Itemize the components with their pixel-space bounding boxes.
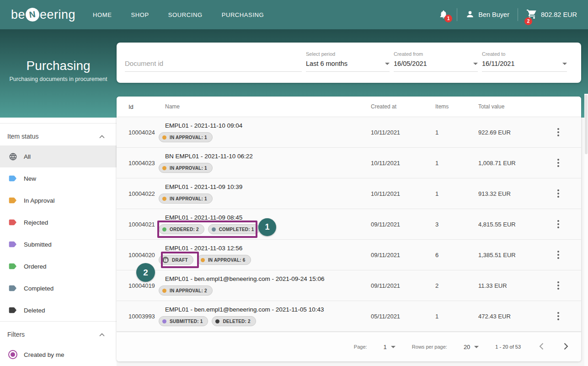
row-items: 1	[435, 160, 478, 167]
column-header-total: Total value	[478, 103, 542, 110]
status-badge: SUBMITTED: 1	[159, 316, 208, 326]
rows-per-page-select[interactable]: 20	[464, 344, 479, 350]
nav-item-shop[interactable]: SHOP	[131, 11, 149, 18]
row-name-cell: BN EMPL01 - 2021-11-10 06:22 IN APPROVAL…	[159, 153, 371, 173]
status-badge-label: ORDERED: 2	[170, 227, 199, 232]
filter-created-by-me[interactable]: Created by me	[0, 344, 117, 366]
notification-count-badge: 1	[444, 15, 452, 22]
row-badges: ORDERED: 2COMPLETED: 1	[159, 224, 371, 234]
sidebar-item-label: Completed	[24, 285, 53, 292]
tag-icon	[8, 307, 17, 314]
filters-section-header[interactable]: Filters	[0, 322, 117, 344]
row-menu-button[interactable]	[555, 187, 562, 200]
nav-item-sourcing[interactable]: SOURCING	[168, 11, 203, 18]
item-status-title: Item status	[7, 133, 38, 140]
row-name-cell: EMPL01 - 2021-11-09 08:45 ORDERED: 2COMP…	[159, 214, 371, 234]
status-badge-label: IN APPROVAL: 1	[170, 135, 207, 140]
sidebar-item-in-approval[interactable]: In Approval	[0, 189, 117, 211]
logo[interactable]: be N eering	[11, 8, 75, 22]
table-row[interactable]: 10004024 EMPL01 - 2021-11-10 09:04 IN AP…	[117, 117, 581, 148]
notifications-button[interactable]: 1	[438, 9, 449, 21]
sidebar-item-label: All	[24, 153, 31, 160]
chevron-left-icon	[539, 343, 544, 351]
row-id: 10004019	[128, 282, 159, 289]
status-dot	[162, 135, 166, 140]
topbar: be N eering HOMESHOPSOURCINGPURCHASING 1…	[0, 0, 588, 29]
chevron-down-icon	[385, 63, 390, 65]
table-row[interactable]: 10004019 EMPL01 - ben.empl1@beneering.co…	[117, 270, 581, 301]
sidebar-item-rejected[interactable]: Rejected	[0, 211, 117, 233]
sidebar: Item status AllNewIn ApprovalRejectedSub…	[0, 118, 117, 366]
sidebar-item-label: In Approval	[24, 197, 55, 204]
chevron-down-icon	[562, 63, 567, 65]
table-row[interactable]: 10004021 EMPL01 - 2021-11-09 08:45 ORDER…	[117, 209, 581, 240]
filters-title: Filters	[7, 331, 25, 338]
row-id: 10003993	[128, 313, 159, 320]
row-created-at: 10/11/2021	[371, 160, 435, 167]
document-id-input[interactable]	[125, 57, 302, 72]
row-id: 10004024	[128, 129, 159, 136]
chevron-down-icon	[473, 63, 478, 65]
created-from-select[interactable]: Created from 16/05/2021	[394, 51, 478, 72]
created-from-label: Created from	[394, 51, 478, 57]
nav-item-home[interactable]: HOME	[93, 11, 112, 18]
table-row[interactable]: 10004022 EMPL01 - 2021-11-09 10:39 IN AP…	[117, 178, 581, 209]
row-menu-button[interactable]	[555, 309, 562, 323]
status-badge: ORDERED: 2	[159, 224, 204, 234]
row-menu-button[interactable]	[555, 217, 562, 231]
period-value: Last 6 months	[306, 60, 347, 67]
created-by-me-radio[interactable]	[8, 350, 17, 359]
row-menu-button[interactable]	[555, 156, 562, 170]
table-row[interactable]: 10004020 EMPL01 - 2021-11-03 12:56 DRAFT…	[117, 240, 581, 270]
row-items: 1	[435, 190, 478, 197]
sidebar-item-deleted[interactable]: Deleted	[0, 299, 117, 321]
next-page-button[interactable]	[562, 341, 570, 353]
nav-item-purchasing[interactable]: PURCHASING	[222, 11, 264, 18]
document-id-field	[125, 57, 302, 72]
row-menu-button[interactable]	[555, 248, 562, 262]
created-from-value: 16/05/2021	[394, 60, 427, 67]
created-to-select[interactable]: Created to 16/11/2021	[482, 51, 567, 72]
row-total: 922.69 EUR	[478, 129, 542, 136]
cart-button[interactable]: 2 802.82 EUR	[526, 9, 577, 21]
row-badges: IN APPROVAL: 1	[159, 132, 371, 142]
page-subtitle: Purchasing documents in procurement	[0, 76, 117, 82]
table-row[interactable]: 10004023 BN EMPL01 - 2021-11-10 06:22 IN…	[117, 148, 581, 178]
row-id: 10004022	[128, 190, 159, 197]
row-name-cell: EMPL01 - 2021-11-09 10:39 IN APPROVAL: 1	[159, 183, 371, 204]
user-menu-button[interactable]: Ben Buyer	[465, 10, 509, 20]
documents-table: Id Name Created at Items Total value 100…	[117, 97, 581, 361]
status-badge-label: COMPLETED: 1	[219, 227, 254, 232]
scrollbar[interactable]	[584, 94, 588, 366]
row-menu-button[interactable]	[555, 125, 562, 139]
row-total: 913.32 EUR	[478, 190, 542, 197]
table-header: Id Name Created at Items Total value	[117, 97, 581, 117]
chevron-down-icon	[474, 346, 479, 348]
status-dot	[201, 258, 205, 262]
status-dot	[162, 227, 166, 231]
row-id: 10004023	[128, 160, 159, 167]
status-dot	[212, 227, 216, 231]
sidebar-item-completed[interactable]: Completed	[0, 277, 117, 299]
row-created-at: 05/11/2021	[371, 313, 435, 320]
row-items: 1	[435, 313, 478, 320]
sidebar-item-all[interactable]: All	[0, 145, 117, 167]
sidebar-item-ordered[interactable]: Ordered	[0, 255, 117, 277]
item-status-section-header[interactable]: Item status	[0, 124, 117, 145]
pagination-range: 1 - 20 of 53	[495, 344, 521, 350]
row-menu-button[interactable]	[555, 279, 562, 292]
period-select[interactable]: Select period Last 6 months	[306, 51, 390, 72]
row-badges: DRAFTIN APPROVAL: 6	[159, 255, 371, 265]
sidebar-item-new[interactable]: New	[0, 167, 117, 189]
row-id: 10004020	[128, 252, 159, 258]
tag-icon	[8, 197, 17, 204]
row-name-cell: EMPL01 - ben.empl1@beneering.com - 2021-…	[159, 275, 371, 296]
tag-icon	[8, 263, 17, 270]
row-items: 1	[435, 129, 478, 136]
tag-icon	[8, 219, 17, 226]
page-select[interactable]: 1	[384, 344, 396, 350]
prev-page-button[interactable]	[537, 341, 545, 353]
table-row[interactable]: 10003993 EMPL01 - ben.empl1@beneering.co…	[117, 301, 581, 332]
topbar-right: 1 Ben Buyer 2 802.82 EUR	[438, 8, 577, 21]
sidebar-item-submitted[interactable]: Submitted	[0, 233, 117, 255]
